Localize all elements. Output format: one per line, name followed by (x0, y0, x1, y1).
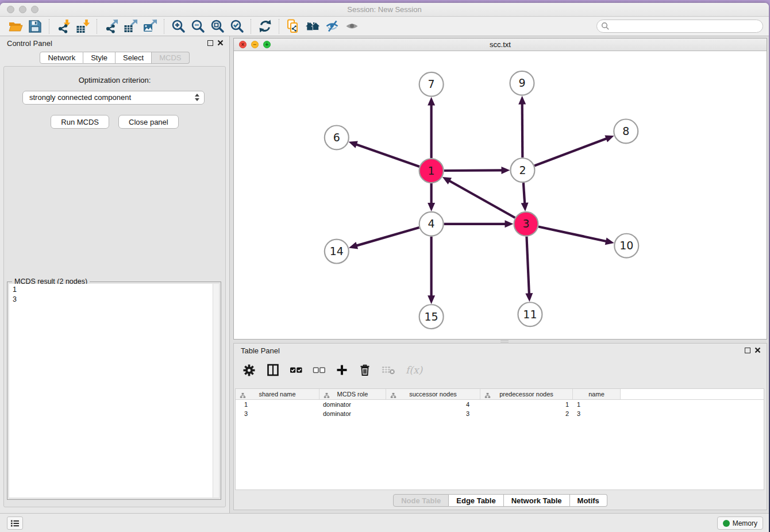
shared-column-icon (240, 391, 246, 402)
zoom-out-icon[interactable] (188, 18, 207, 35)
select-all-columns-icon[interactable] (290, 365, 303, 375)
delete-table-icon[interactable] (382, 364, 396, 376)
graph-edge-1-2[interactable] (444, 170, 503, 171)
gear-icon[interactable] (242, 363, 256, 377)
show-selected-icon[interactable] (342, 18, 361, 35)
graph-node-label: 2 (519, 164, 526, 176)
show-all-networks-icon[interactable] (303, 18, 322, 35)
result-scrollbar[interactable] (213, 284, 219, 498)
network-window-title: scc.txt (234, 40, 767, 49)
column-layout-icon[interactable] (266, 363, 280, 377)
toolbar-separator (49, 19, 49, 34)
function-builder-icon[interactable]: f(x) (406, 364, 422, 376)
graph-node-label: 6 (333, 131, 340, 144)
column-header-mcds-role[interactable]: MCDS role (319, 389, 386, 399)
search-icon (601, 22, 610, 33)
add-column-icon[interactable] (336, 364, 348, 376)
mcds-result-item[interactable]: 3 (13, 295, 215, 304)
cell-predecessor-nodes[interactable]: 2 (480, 409, 573, 418)
graph-edge-arrowhead (521, 203, 529, 211)
graph-node-label: 10 (619, 239, 633, 252)
mcds-result-list[interactable]: 1 3 (9, 284, 219, 498)
table-row[interactable]: 1 dominator 4 1 1 (236, 400, 764, 409)
status-bar: Memory (0, 513, 769, 532)
tab-mcds[interactable]: MCDS (152, 52, 189, 64)
criterion-dropdown[interactable]: strongly connected component (22, 91, 205, 105)
main-area: Control Panel Network Style Select MCDS … (0, 36, 769, 513)
cell-shared-name[interactable]: 1 (236, 400, 319, 409)
first-neighbors-icon[interactable] (255, 18, 275, 35)
cell-shared-name[interactable]: 3 (236, 409, 319, 418)
graph-edge-1-6[interactable] (356, 144, 419, 167)
graph-edge-3-11[interactable] (526, 237, 529, 295)
graph-edge-2-8[interactable] (534, 138, 607, 166)
column-header-successor-nodes[interactable]: successor nodes (386, 389, 480, 399)
cell-mcds-role[interactable]: dominator (319, 409, 386, 418)
table-panel-title: Table Panel (241, 346, 280, 355)
close-panel-icon[interactable] (217, 40, 224, 46)
column-header-predecessor-nodes[interactable]: predecessor nodes (480, 389, 573, 399)
graph-edge-arrowhead (501, 167, 510, 174)
export-table-icon[interactable] (121, 18, 140, 35)
shared-column-icon (484, 391, 491, 402)
network-canvas[interactable]: 7968124314101511 (234, 51, 767, 339)
zoom-selected-icon[interactable] (227, 18, 247, 35)
float-table-panel-icon[interactable] (745, 348, 750, 353)
save-icon[interactable] (25, 18, 45, 35)
delete-column-icon[interactable] (358, 363, 372, 377)
task-history-button[interactable] (7, 516, 23, 530)
memory-button[interactable]: Memory (717, 516, 763, 530)
zoom-in-icon[interactable] (168, 18, 188, 35)
copy-style-icon[interactable] (283, 18, 303, 35)
import-table-icon[interactable] (73, 18, 93, 35)
splitter-handle[interactable] (500, 340, 509, 342)
graph-edge-arrowhead (428, 295, 435, 304)
graph-edge-3-10[interactable] (538, 226, 607, 241)
mcds-result-item[interactable]: 1 (13, 285, 215, 295)
run-mcds-button[interactable]: Run MCDS (51, 115, 109, 129)
graph-edge-arrowhead (349, 141, 358, 148)
graph-node-label: 11 (523, 308, 537, 321)
table-header-row: shared name MCDS role successor nodes (236, 389, 764, 400)
mcds-result-box: MCDS result (2 nodes) 1 3 (7, 282, 221, 500)
open-folder-icon[interactable] (6, 18, 25, 35)
import-network-icon[interactable] (53, 18, 73, 35)
graph-node-label: 14 (330, 245, 344, 257)
deselect-all-columns-icon[interactable] (313, 365, 326, 375)
network-view-window: × − + scc.txt 7968124314101511 (233, 38, 767, 340)
table-row[interactable]: 3 dominator 3 2 3 (236, 409, 764, 418)
graph-node-label: 3 (522, 217, 529, 230)
cell-successor-nodes[interactable]: 3 (386, 409, 480, 418)
close-panel-button[interactable]: Close panel (118, 115, 179, 129)
graph-edge-3-1[interactable] (449, 180, 515, 218)
cell-name[interactable]: 1 (573, 400, 621, 409)
column-header-shared-name[interactable]: shared name (236, 389, 319, 399)
graph-edge-2-9[interactable] (522, 103, 523, 158)
hide-selected-icon[interactable] (322, 18, 342, 35)
cell-name[interactable]: 3 (573, 409, 621, 418)
search-input[interactable] (596, 20, 763, 33)
app-window: Session: New Session (0, 3, 769, 532)
criterion-value: strongly connected component (29, 93, 131, 102)
graph-edge-2-3[interactable] (523, 183, 525, 204)
export-network-icon[interactable] (101, 18, 121, 35)
cell-predecessor-nodes[interactable]: 1 (480, 400, 573, 409)
graph-node-label: 8 (622, 125, 629, 137)
graph-edge-arrowhead (428, 203, 435, 211)
tab-motifs[interactable]: Motifs (570, 494, 607, 507)
graph-edge-4-14[interactable] (356, 228, 419, 246)
tab-node-table[interactable]: Node Table (393, 494, 449, 507)
close-table-panel-icon[interactable] (754, 347, 761, 353)
export-image-icon[interactable] (140, 18, 160, 35)
cell-successor-nodes[interactable]: 4 (386, 400, 480, 409)
float-panel-icon[interactable] (207, 40, 213, 46)
window-title: Session: New Session (0, 5, 769, 14)
tab-network[interactable]: Network (40, 52, 83, 64)
tab-edge-table[interactable]: Edge Table (449, 494, 503, 507)
column-header-filler (621, 389, 764, 399)
tab-network-table[interactable]: Network Table (504, 494, 570, 507)
tab-style[interactable]: Style (83, 52, 116, 64)
column-header-name[interactable]: name (573, 389, 621, 399)
zoom-fit-icon[interactable] (207, 18, 227, 35)
tab-select[interactable]: Select (116, 52, 152, 64)
